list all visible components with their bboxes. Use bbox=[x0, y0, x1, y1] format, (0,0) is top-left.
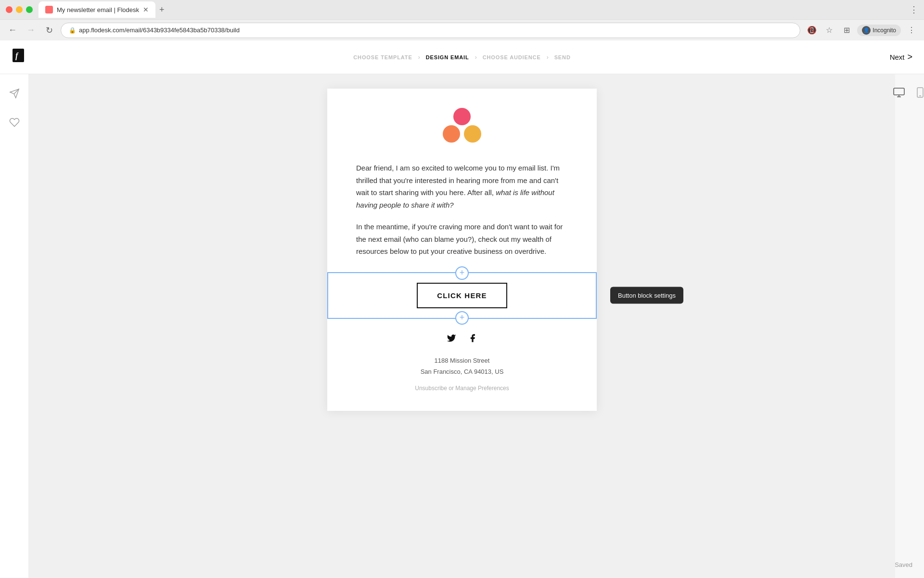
incognito-badge: 👤 Incognito bbox=[857, 25, 901, 36]
lock-icon: 🔒 bbox=[69, 27, 76, 34]
active-tab[interactable]: My newsletter email | Flodesk ✕ bbox=[38, 1, 155, 18]
incognito-icon: 👤 bbox=[862, 26, 871, 35]
step-send[interactable]: SEND bbox=[554, 54, 571, 60]
maximize-dot[interactable] bbox=[26, 6, 33, 13]
mobile-view-icon[interactable] bbox=[911, 84, 924, 101]
step-design-email[interactable]: DESIGN EMAIL bbox=[426, 54, 469, 60]
saved-badge: Saved bbox=[895, 561, 912, 568]
brand-logo bbox=[443, 108, 481, 143]
email-text-block: Dear friend, I am so excited to welcome … bbox=[327, 157, 597, 272]
click-here-button[interactable]: CLICK HERE bbox=[417, 283, 507, 308]
incognito-label: Incognito bbox=[873, 27, 896, 34]
or-separator: or bbox=[449, 385, 454, 392]
social-icons bbox=[356, 333, 568, 345]
reload-button[interactable]: ↻ bbox=[42, 24, 56, 37]
step-choose-audience[interactable]: CHOOSE AUDIENCE bbox=[483, 54, 541, 60]
footer-address: 1188 Mission Street San Francisco, CA 94… bbox=[356, 355, 568, 378]
button-block-wrapper: + CLICK HERE + Button block settings bbox=[327, 272, 597, 319]
svg-rect-3 bbox=[894, 88, 904, 95]
address-line2: San Francisco, CA 94013, US bbox=[356, 366, 568, 377]
email-canvas-wrapper: Dear friend, I am so excited to welcome … bbox=[29, 74, 895, 578]
circle-left bbox=[443, 125, 460, 143]
camera-off-icon[interactable]: 📵 bbox=[805, 24, 819, 37]
back-button[interactable]: ← bbox=[6, 24, 19, 37]
left-sidebar bbox=[0, 74, 29, 578]
favorites-icon[interactable] bbox=[5, 113, 24, 132]
desktop-view-icon[interactable] bbox=[890, 84, 908, 101]
right-sidebar bbox=[895, 74, 924, 578]
bookmark-icon[interactable]: ☆ bbox=[822, 24, 836, 37]
next-label: Next bbox=[890, 53, 905, 61]
sidebar-icon[interactable]: ⊞ bbox=[840, 24, 853, 37]
minimize-dot[interactable] bbox=[16, 6, 23, 13]
address-bar[interactable]: 🔒 app.flodesk.com/email/6343b9334fe5843b… bbox=[61, 23, 800, 38]
url-display: app.flodesk.com/email/6343b9334fe5843ba5… bbox=[79, 26, 240, 34]
email-footer: 1188 Mission Street San Francisco, CA 94… bbox=[327, 319, 597, 411]
manage-preferences-link[interactable]: Manage Preferences bbox=[455, 385, 509, 392]
tab-favicon bbox=[45, 6, 53, 13]
footer-links: Unsubscribe or Manage Preferences bbox=[356, 385, 568, 392]
button-block-settings-tooltip[interactable]: Button block settings bbox=[610, 287, 683, 304]
next-chevron-icon: > bbox=[907, 52, 912, 62]
email-paragraph-2: In the meantime, if you're craving more … bbox=[356, 221, 568, 258]
add-block-above-button[interactable]: + bbox=[455, 266, 469, 280]
next-button[interactable]: Next > bbox=[890, 52, 912, 62]
email-paragraph-1: Dear friend, I am so excited to welcome … bbox=[356, 162, 568, 211]
step-choose-template[interactable]: CHOOSE TEMPLATE bbox=[353, 54, 412, 60]
twitter-icon[interactable] bbox=[447, 333, 456, 345]
unsubscribe-link[interactable]: Unsubscribe bbox=[415, 385, 447, 392]
circle-right bbox=[464, 125, 481, 143]
nav-steps: CHOOSE TEMPLATE › DESIGN EMAIL › CHOOSE … bbox=[353, 54, 570, 61]
email-canvas: Dear friend, I am so excited to welcome … bbox=[327, 89, 597, 411]
email-logo-area bbox=[327, 89, 597, 157]
more-tabs-button[interactable]: ⋮ bbox=[910, 4, 918, 15]
forward-button[interactable]: → bbox=[24, 24, 38, 37]
send-preview-icon[interactable] bbox=[5, 84, 24, 103]
close-dot[interactable] bbox=[6, 6, 13, 13]
address-line1: 1188 Mission Street bbox=[356, 355, 568, 366]
tab-close-button[interactable]: ✕ bbox=[143, 6, 149, 13]
circle-top bbox=[453, 108, 471, 125]
button-block[interactable]: + CLICK HERE + bbox=[327, 272, 597, 319]
browser-menu-button[interactable]: ⋮ bbox=[905, 24, 918, 37]
facebook-icon[interactable] bbox=[468, 333, 477, 345]
add-block-below-button[interactable]: + bbox=[455, 311, 469, 325]
app-logo: f bbox=[12, 48, 25, 66]
new-tab-button[interactable]: + bbox=[155, 3, 168, 17]
tab-title: My newsletter email | Flodesk bbox=[57, 6, 139, 13]
